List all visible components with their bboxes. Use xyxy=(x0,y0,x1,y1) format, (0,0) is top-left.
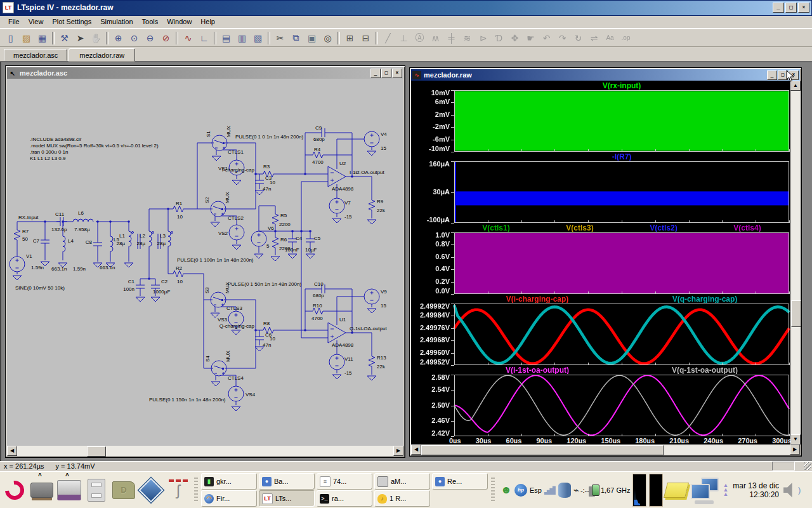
taskbar-separator[interactable] xyxy=(194,478,198,503)
menu-item-plot-settings[interactable]: Plot Settings xyxy=(48,17,96,27)
scroll-right-arrow[interactable]: ▶ xyxy=(393,446,403,456)
trace-label[interactable]: V(ctls3) xyxy=(566,224,593,232)
tab-mezclador-raw[interactable]: mezclador.raw xyxy=(69,48,135,62)
menu-item-tools[interactable]: Tools xyxy=(138,17,163,27)
main-titlebar[interactable]: LT LTspice IV - mezclador.raw _ □ × xyxy=(0,0,812,16)
trace-label[interactable]: -I(R7) xyxy=(612,153,632,161)
cut-icon[interactable]: ✂ xyxy=(272,30,288,46)
resize-grip[interactable] xyxy=(804,462,811,470)
tab-mezclador-asc[interactable]: mezclador.asc xyxy=(4,49,67,61)
plot-settings-icon[interactable]: ∿ xyxy=(180,30,196,46)
schematic-minimize-button[interactable]: _ xyxy=(370,69,381,78)
waveform-plot-area[interactable]: V(rx-input) -I(R7) V(ctls1)V(ctls3)V(ctl… xyxy=(411,81,790,444)
cpu-monitor-graph[interactable] xyxy=(632,474,646,507)
draw-wire-icon[interactable]: ╱ xyxy=(380,30,396,46)
volume-control[interactable]: ) xyxy=(783,483,801,498)
waveform-vscrollbar[interactable]: ▲ ▼ xyxy=(790,81,801,444)
open-icon[interactable]: ▨ xyxy=(18,30,34,46)
waveform-close-button[interactable]: × xyxy=(789,70,799,80)
trace-label[interactable]: V(i-charging-cap) xyxy=(506,295,569,303)
updates-chevrons-icon[interactable]: ▲ ▲ ▲ xyxy=(723,483,728,497)
trace-label[interactable]: V(ctls1) xyxy=(482,224,509,232)
taskbar-window-window-ra[interactable]: >_ra... xyxy=(317,490,372,507)
taskbar-window-gkrellm[interactable]: ▮gkr... xyxy=(201,473,257,490)
place-label-icon[interactable]: Ⓐ xyxy=(412,30,428,46)
paste-icon[interactable]: ▣ xyxy=(304,30,320,46)
scroll-thumb[interactable] xyxy=(791,300,801,327)
new-schematic-icon[interactable]: ▯ xyxy=(3,30,18,46)
redo-icon[interactable]: ↷ xyxy=(554,30,570,46)
place-inductor-icon[interactable]: ≋ xyxy=(459,30,475,46)
taskbar-separator2[interactable] xyxy=(491,478,495,503)
place-component-icon[interactable]: Ɗ xyxy=(491,30,507,46)
zoom-in-icon[interactable]: ⊕ xyxy=(110,30,126,46)
waveform-pane-rx-input[interactable] xyxy=(411,90,790,153)
cascade-windows-icon[interactable]: ▧ xyxy=(250,30,266,46)
autorange-icon[interactable]: ∟ xyxy=(196,30,212,46)
printer-launcher[interactable]: ^ xyxy=(56,474,82,507)
menu-item-help[interactable]: Help xyxy=(196,17,219,27)
undo-icon[interactable]: ↶ xyxy=(539,30,554,46)
menu-item-file[interactable]: File xyxy=(4,17,24,27)
save-icon[interactable]: ▦ xyxy=(34,30,50,46)
hp-tray-icon[interactable]: hp xyxy=(514,484,527,497)
signal-strength-icon[interactable] xyxy=(544,485,556,495)
trace-label[interactable]: V(i-1st-oa-output) xyxy=(506,366,569,374)
place-capacitor-icon[interactable]: ╪ xyxy=(443,30,459,46)
waveform-pane-charging-caps[interactable] xyxy=(411,303,790,366)
zoom-clear-icon[interactable]: ⊘ xyxy=(158,30,174,46)
im-user-icon[interactable]: ☻ xyxy=(501,485,512,495)
taskbar-clock[interactable]: mar 13 de dic 12:30:20 xyxy=(733,481,779,499)
minimize-button[interactable]: _ xyxy=(773,3,784,13)
waveform-pane-ctls[interactable] xyxy=(411,232,790,295)
trace-label[interactable]: V(q-1st-oa-output) xyxy=(672,366,738,374)
trace-label[interactable]: V(ctls2) xyxy=(650,224,677,232)
schematic-window-titlebar[interactable]: ↖ mezclador.asc _ □ × xyxy=(7,67,403,79)
ic-editor-launcher[interactable]: ^ xyxy=(29,474,55,507)
debian-menu-button[interactable] xyxy=(2,474,27,507)
keyboard-layout-indicator[interactable]: Esp xyxy=(530,486,542,494)
move-icon[interactable]: ✥ xyxy=(507,30,523,46)
file-cabinet-launcher[interactable] xyxy=(84,474,109,507)
taskbar-window-window-1r[interactable]: ♪1 R... xyxy=(374,490,430,507)
waveform-hscrollbar[interactable]: ◀ ▶ xyxy=(411,444,800,455)
schematic-client[interactable]: .INCLUDE ada4898.cir.model MUX sw(Ron=5 … xyxy=(7,79,403,446)
scroll-thumb[interactable] xyxy=(421,445,664,455)
scroll-left-arrow[interactable]: ◀ xyxy=(411,444,421,455)
drag-icon[interactable]: ☛ xyxy=(523,30,539,46)
menu-item-window[interactable]: Window xyxy=(162,17,196,27)
memory-monitor-graph[interactable] xyxy=(649,474,663,507)
trace-label[interactable]: V(q-charging-cap) xyxy=(672,295,738,303)
halt-icon[interactable]: ✋ xyxy=(88,30,104,46)
tile-vertically-icon[interactable]: ▥ xyxy=(234,30,250,46)
waveform-pane-oa-outputs[interactable] xyxy=(411,374,790,438)
waveform-pane-ir7[interactable] xyxy=(411,161,790,224)
scroll-thumb[interactable] xyxy=(87,446,106,457)
schematic-close-button[interactable]: × xyxy=(392,69,402,78)
virtualbox-launcher[interactable] xyxy=(138,474,164,507)
close-button[interactable]: × xyxy=(798,3,809,13)
vacuum-tray-icon[interactable] xyxy=(558,483,571,498)
remote-displays-icon[interactable] xyxy=(690,476,720,504)
waveform-minimize-button[interactable]: _ xyxy=(767,70,777,80)
place-ground-icon[interactable]: ⊥ xyxy=(396,30,412,46)
power-plug-indicator[interactable]: ⌁-:-- xyxy=(573,485,589,496)
spice-directive-icon[interactable]: .op xyxy=(618,30,634,46)
print-preview-icon[interactable]: ⊞ xyxy=(342,30,358,46)
rotate-icon[interactable]: ↻ xyxy=(570,30,586,46)
zoom-out-icon[interactable]: ⊖ xyxy=(142,30,158,46)
taskbar-window-window-74[interactable]: ≡74... xyxy=(317,473,372,490)
taskbar-window-firefox[interactable]: ◠Fir... xyxy=(201,490,257,507)
zoom-full-extents-icon[interactable]: ⊙ xyxy=(126,30,142,46)
print-icon[interactable]: ⊟ xyxy=(358,30,374,46)
scroll-left-arrow[interactable]: ◀ xyxy=(7,446,17,456)
taskbar-window-window-am[interactable]: aM... xyxy=(374,473,430,490)
run-icon[interactable]: ➤ xyxy=(72,30,88,46)
trace-label[interactable]: V(ctls4) xyxy=(733,224,761,232)
trace-label[interactable]: V(rx-input) xyxy=(603,82,641,90)
waveform-maximize-button[interactable]: □ xyxy=(778,70,788,80)
menu-item-simulation[interactable]: Simulation xyxy=(96,17,137,27)
waveform-window-titlebar[interactable]: ∿ mezclador.raw _ □ × xyxy=(411,69,800,81)
control-panel-icon[interactable]: ⚒ xyxy=(56,30,72,46)
copy-icon[interactable]: ⧉ xyxy=(288,30,304,46)
